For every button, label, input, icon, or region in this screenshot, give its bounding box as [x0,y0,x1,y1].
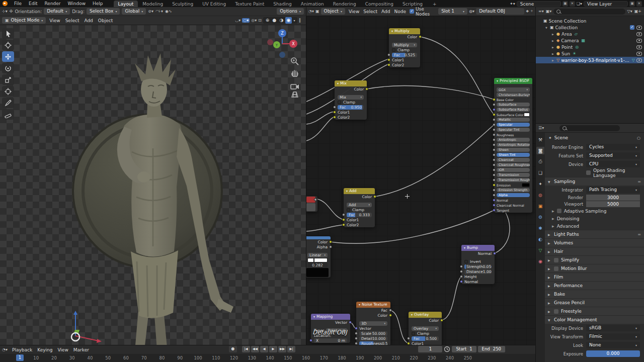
node-header[interactable]: ▾Principled BSDF [494,78,532,84]
anisotropic-socket-button[interactable]: Anisotropic [497,138,530,142]
input-socket[interactable] [460,275,463,278]
blender-logo-icon[interactable] [3,1,8,6]
display-mode-icon[interactable]: ≡▾ [538,9,544,14]
panel-performance[interactable]: ▶Performance [545,281,644,290]
subpanel-advanced[interactable]: ▶Advanced [545,222,644,230]
emission-strength-socket-button[interactable]: Emission Strength [497,188,530,192]
node-colorramp[interactable]: ColorAlphaLinear▾0.282 [306,236,331,278]
shading-material-icon[interactable]: ◑ [278,17,285,24]
snap-icon[interactable]: ◠⊦▾ [155,9,163,14]
input-socket[interactable] [493,103,496,106]
properties-tab-particles[interactable]: ✱ [536,224,544,232]
input-socket[interactable] [342,223,345,226]
viewport-menu-add[interactable]: Add [82,18,95,23]
input-socket[interactable] [493,194,496,197]
ramp-stop-marker[interactable] [313,258,314,262]
input-socket[interactable] [493,148,496,151]
expand-caret-icon[interactable]: ▶ [551,59,555,62]
simplify-checkbox[interactable] [554,258,558,262]
device-dropdown[interactable]: CPU▾ [586,161,640,167]
workspace-tab-sculpting[interactable]: Sculpting [168,1,198,7]
roughness-slider[interactable]: Roughness0.500 [359,341,387,345]
menu-edit[interactable]: Edit [25,1,41,6]
subsurface-socket-button[interactable]: Subsurface [497,103,530,107]
fac-slider[interactable]: Fac0.525 [392,53,417,57]
input-socket[interactable] [493,98,496,101]
record-button[interactable]: ● [229,346,237,352]
input-socket[interactable] [493,199,496,202]
clamp-checkbox[interactable] [464,260,468,263]
slot-dropdown[interactable]: Slot 1▾ [438,8,467,15]
menu-help[interactable]: Help [89,1,107,6]
input-socket[interactable] [407,337,410,340]
remove-view-layer-button[interactable]: ✕ [636,1,642,7]
clamp-checkbox[interactable] [412,332,415,335]
visibility-eye-icon[interactable] [636,58,642,62]
view-transform-dropdown[interactable]: Filmic▾ [586,333,640,340]
expand-caret-icon[interactable]: ▶ [551,52,555,55]
node-multiply[interactable]: ▾MultiplyColorMultiply▾ClampFac0.525Colo… [389,28,420,67]
detail-slider[interactable]: Detail10.000 [359,336,387,341]
specular-socket-button[interactable]: Specular [497,123,530,127]
scale-slider[interactable]: Scale50.000 [359,331,387,336]
view-layer-selector[interactable]: View Layer [584,1,628,7]
jump-to-start-button[interactable]: |◀ [242,346,250,352]
clamp-checkbox[interactable] [347,208,350,212]
expand-caret-icon[interactable]: ▶ [551,33,555,36]
position-value-field[interactable]: 0.282 [307,263,328,267]
panel-sampling[interactable]: ▼Sampling≡ [545,177,644,186]
material-name-field[interactable]: Default OBJ [476,8,524,15]
panel-hair[interactable]: ▶Hair [545,247,644,255]
output-socket[interactable] [389,314,392,317]
zoom-icon[interactable] [290,56,300,66]
transform-orientation-dropdown[interactable]: Global▾ [122,8,146,15]
display-device-dropdown[interactable]: sRGB▾ [586,325,640,331]
node-header[interactable]: ▾Bump [461,245,495,251]
input-socket[interactable] [309,339,312,342]
timeline-menu-marker[interactable]: Marker [71,347,92,352]
expand-caret-icon[interactable]: ▼ [544,26,548,29]
input-socket[interactable] [493,123,496,126]
start-frame-field[interactable]: Start1 [452,346,476,352]
cursor-tool[interactable] [2,40,14,50]
node-header[interactable]: ▾Mix [335,80,367,86]
input-socket[interactable] [493,143,496,146]
input-socket[interactable] [493,113,496,116]
render-value-field[interactable]: 3000 [586,195,640,201]
annotate-tool[interactable] [2,98,14,108]
ggx-dropdown[interactable]: GGX▾ [497,87,530,92]
node-header[interactable]: ▾Multiply [389,28,420,34]
input-socket[interactable] [493,128,496,131]
pin-icon[interactable]: ○ [637,136,640,140]
options-dropdown[interactable]: Options▾ [277,8,304,15]
node-bump[interactable]: ▾BumpNormalInvertStrength0.050Distance1.… [461,245,495,284]
toggle-overlays-icon[interactable]: ‖ [299,18,301,23]
node-add[interactable]: ▾AddColorAdd▾ClampFac0.333Color1Color2 [344,188,375,227]
shader-menu-node[interactable]: Node [392,9,408,14]
anisotropic-rotation-socket-button[interactable]: Anisotropic Rotation [497,143,530,147]
properties-tab-object[interactable]: ▣ [536,202,544,210]
properties-search[interactable] [559,125,620,131]
next-keyframe-button[interactable]: ▶▶ [278,346,286,352]
motion-blur-checkbox[interactable] [554,266,558,271]
input-socket[interactable] [387,58,390,61]
properties-tab-object-data[interactable]: ▽ [536,246,544,254]
overlays-icon[interactable]: ◎▾ [251,18,257,23]
material-browse-icon[interactable]: ◍▾ [469,9,474,14]
alpha-socket-button[interactable]: Alpha [497,193,530,197]
workspace-tab-scripting[interactable]: Scripting [398,1,427,7]
panel-film[interactable]: ▶Film [545,273,644,281]
menu-window[interactable]: Window [64,1,90,6]
add-workspace-button[interactable]: + [428,1,441,7]
node-principled-bsdf[interactable]: ▾Principled BSDFGGX▾Christensen-Burley▾B… [494,78,532,213]
3d-dropdown[interactable]: 3D▾ [359,321,387,326]
new-scene-button[interactable]: ▣ [562,1,568,7]
node-overlay[interactable]: ▾OverlayColorOverlay▾ClampFac0.500Color1 [409,312,442,345]
outliner-search[interactable] [553,9,625,15]
outliner-filter-icon[interactable]: ▣▾ [546,9,552,14]
timeline-menu-playback[interactable]: Playback [10,347,35,352]
expand-caret-icon[interactable]: ▶ [551,46,555,49]
properties-editor-icon[interactable]: ☰▾ [538,126,544,130]
play-button[interactable]: ▶ [269,346,277,352]
outliner-item-camera[interactable]: ▶◆Camera▦ [536,37,644,44]
